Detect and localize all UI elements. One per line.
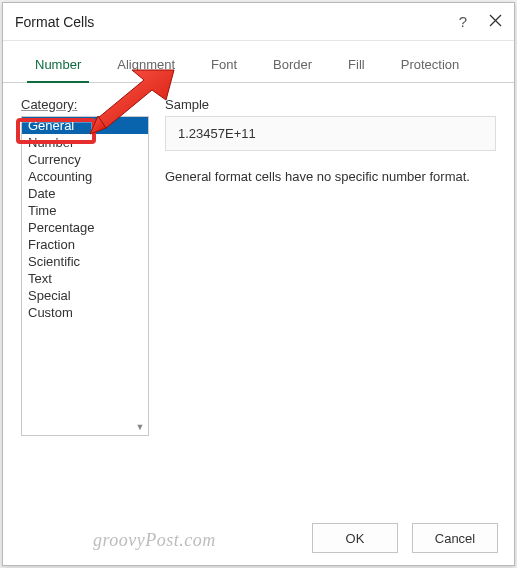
category-item-accounting[interactable]: Accounting xyxy=(22,168,148,185)
category-label: Category: xyxy=(21,97,149,112)
titlebar: Format Cells ? xyxy=(3,3,514,41)
category-item-time[interactable]: Time xyxy=(22,202,148,219)
watermark: groovyPost.com xyxy=(93,530,216,551)
category-item-currency[interactable]: Currency xyxy=(22,151,148,168)
scroll-down-icon[interactable]: ▼ xyxy=(133,420,147,434)
category-item-date[interactable]: Date xyxy=(22,185,148,202)
dialog-footer: OK Cancel xyxy=(312,523,498,553)
cancel-button[interactable]: Cancel xyxy=(412,523,498,553)
category-item-fraction[interactable]: Fraction xyxy=(22,236,148,253)
close-icon[interactable] xyxy=(489,14,502,29)
category-list[interactable]: ▲ General Number Currency Accounting Dat… xyxy=(21,116,149,436)
category-item-text[interactable]: Text xyxy=(22,270,148,287)
ok-button[interactable]: OK xyxy=(312,523,398,553)
category-item-custom[interactable]: Custom xyxy=(22,304,148,321)
format-cells-dialog: Format Cells ? Number Alignment Font Bor… xyxy=(2,2,515,566)
dialog-title: Format Cells xyxy=(15,14,459,30)
tab-number[interactable]: Number xyxy=(17,49,99,82)
tab-border[interactable]: Border xyxy=(255,49,330,82)
dialog-body: Category: ▲ General Number Currency Acco… xyxy=(3,83,514,446)
sample-value: 1.23457E+11 xyxy=(165,116,496,151)
help-icon[interactable]: ? xyxy=(459,14,467,29)
sample-label: Sample xyxy=(165,97,496,112)
category-item-number[interactable]: Number xyxy=(22,134,148,151)
category-item-percentage[interactable]: Percentage xyxy=(22,219,148,236)
tabs: Number Alignment Font Border Fill Protec… xyxy=(3,49,514,83)
tab-alignment[interactable]: Alignment xyxy=(99,49,193,82)
tab-protection[interactable]: Protection xyxy=(383,49,478,82)
category-item-scientific[interactable]: Scientific xyxy=(22,253,148,270)
category-item-general[interactable]: General xyxy=(22,117,148,134)
tab-fill[interactable]: Fill xyxy=(330,49,383,82)
format-description: General format cells have no specific nu… xyxy=(165,169,496,184)
tab-font[interactable]: Font xyxy=(193,49,255,82)
category-item-special[interactable]: Special xyxy=(22,287,148,304)
